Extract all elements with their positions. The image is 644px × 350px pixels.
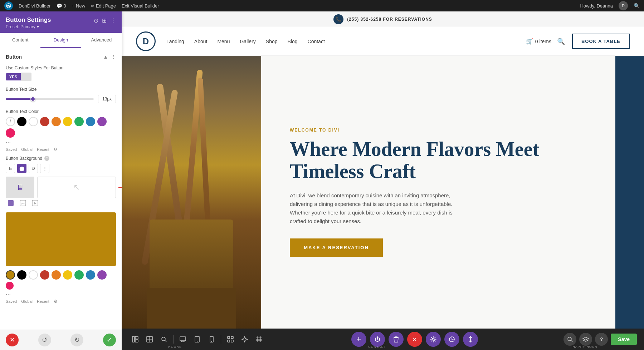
site-search-button[interactable]: 🔍 [557,38,565,45]
site-logo[interactable]: D [136,31,156,51]
bottom-global-label[interactable]: Global [21,299,33,304]
nav-blog[interactable]: Blog [288,39,298,44]
toolbar-tablet-btn[interactable] [191,333,204,346]
bottom-recent-label[interactable]: Recent [37,299,49,304]
comments-item[interactable]: 💬0 [57,3,66,9]
new-item[interactable]: + New [72,3,85,9]
bottom-swatch-orange[interactable] [52,270,61,280]
bg-ctrl-circle[interactable]: ⬤ [17,164,26,173]
panel-split-icon[interactable]: ⊞ [102,17,107,24]
book-table-button[interactable]: BOOK A TABLE [572,34,630,49]
layers-btn[interactable] [579,333,592,346]
nav-gallery[interactable]: Gallery [240,39,255,44]
toolbar-magic-btn[interactable] [238,333,251,346]
color-preview-large[interactable] [6,212,116,266]
slider-thumb[interactable] [30,97,35,102]
panel-more-icon[interactable]: ⋮ [110,17,116,24]
bottom-settings-icon[interactable]: ⚙ [54,299,58,304]
add-module-btn[interactable]: + [351,332,366,347]
user-avatar[interactable]: D [619,1,628,10]
delete-btn[interactable] [389,332,404,347]
bottom-swatch-purple[interactable] [97,270,107,280]
make-reservation-button[interactable]: MAKE A RESERVATION [290,238,383,257]
zoom-btn[interactable] [564,333,576,346]
bottom-more-icon[interactable]: ⋯ [6,292,11,297]
slider-value[interactable]: 13px [98,95,116,103]
close-module-btn[interactable]: ✕ [407,332,422,347]
tab-advanced[interactable]: Advanced [81,33,122,48]
toggle-no[interactable] [21,73,31,81]
color-swatch-white[interactable] [29,117,38,126]
color-settings-icon[interactable]: ⚙ [54,147,57,152]
bg-help-icon[interactable]: ? [44,156,49,161]
edit-page-item[interactable]: ✏ Edit Page [91,3,116,9]
color-swatch-green[interactable] [74,117,84,126]
color-swatch-transparent[interactable] [6,117,15,126]
color-swatch-black[interactable] [17,117,26,126]
exit-builder-item[interactable]: Exit Visual Builder [122,3,159,9]
color-swatch-yellow[interactable] [63,117,72,126]
arrow-btn[interactable] [463,332,478,347]
gradient-color-box[interactable]: 🖥 [6,177,34,198]
nav-landing[interactable]: Landing [166,39,184,44]
undo-button[interactable]: ↺ [38,334,51,346]
history-btn[interactable] [444,332,459,347]
bottom-swatch-pen[interactable] [6,282,14,290]
color-swatch-purple[interactable] [97,117,107,126]
global-label[interactable]: Global [21,147,33,152]
site-name[interactable]: DonDivi Builder [19,3,51,9]
bg-solid-icon[interactable] [6,198,16,208]
toolbar-settings2-btn[interactable] [224,333,237,346]
bg-video-icon[interactable]: ▶ [30,198,40,208]
bottom-saved-label[interactable]: Saved [6,299,17,304]
save-button[interactable]: Save [611,334,637,345]
toolbar-table-btn[interactable] [143,333,156,346]
cancel-button[interactable]: ✕ [6,334,19,346]
save-settings-button[interactable]: ✓ [103,334,116,346]
bottom-swatch-green[interactable] [74,270,84,280]
tab-content[interactable]: Content [0,33,40,48]
bg-ctrl-undo[interactable]: ↺ [29,164,38,173]
color-swatch-pink[interactable] [6,128,15,138]
panel-settings-icon[interactable]: ⊙ [94,17,98,24]
toggle-yes[interactable]: YES [6,73,21,80]
bottom-swatch-red[interactable] [40,270,49,280]
toolbar-layout-btn[interactable] [129,333,142,346]
cart-area[interactable]: 🛒 0 items [526,38,551,45]
section-collapse-icon[interactable]: ▲ [103,54,108,60]
panel-preset[interactable]: Preset: Primary ▾ [6,24,51,29]
module-settings-btn[interactable] [426,332,441,347]
nav-about[interactable]: About [194,39,208,44]
section-menu-icon[interactable]: ⋮ [111,54,116,60]
toolbar-grid-btn[interactable] [253,333,265,346]
more-colors-icon[interactable]: ⋯ [6,140,11,146]
color-swatch-red[interactable] [40,117,49,126]
wp-logo-icon[interactable]: W [4,1,13,10]
bottom-swatch-yellow[interactable] [63,270,72,280]
custom-styles-toggle[interactable]: YES [6,73,116,81]
toolbar-mobile-btn[interactable] [205,333,218,346]
toolbar-search-btn[interactable] [157,333,170,346]
toolbar-desktop-btn[interactable] [176,333,189,346]
power-btn[interactable] [370,332,385,347]
bottom-swatch-black[interactable] [17,270,26,280]
tab-design[interactable]: Design [40,33,81,48]
bg-ctrl-monitor[interactable]: 🖥 [6,164,15,173]
recent-label[interactable]: Recent [37,147,49,152]
help-btn[interactable]: ? [595,333,608,346]
nav-shop[interactable]: Shop [266,39,278,44]
nav-contact[interactable]: Contact [308,39,325,44]
admin-search-icon[interactable]: 🔍 [634,3,640,9]
color-swatch-orange[interactable] [52,117,61,126]
bottom-swatch-white[interactable] [29,270,38,280]
color-swatch-blue[interactable] [86,117,95,126]
nav-menu[interactable]: Menu [217,39,230,44]
bg-image-icon[interactable] [18,198,28,208]
gradient-right[interactable]: ↖ [37,177,116,198]
slider-track[interactable] [6,98,94,100]
bottom-swatch-blue[interactable] [86,270,95,280]
bottom-swatch-gold[interactable] [6,270,15,280]
redo-button[interactable]: ↻ [70,334,83,346]
bg-ctrl-more[interactable]: ⋮ [40,164,49,173]
saved-label[interactable]: Saved [6,147,17,152]
